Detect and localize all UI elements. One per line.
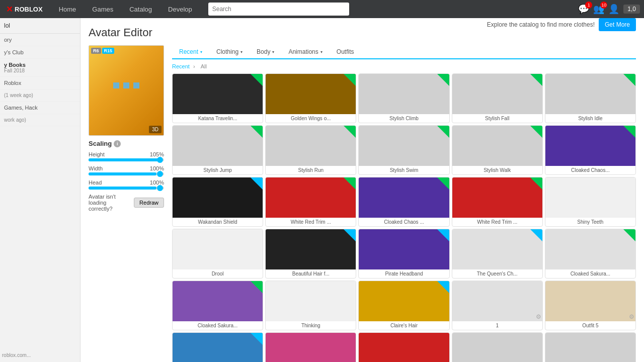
- item-card[interactable]: Claire Shirt: [265, 332, 356, 362]
- nav-develop[interactable]: Develop: [160, 0, 200, 18]
- item-image: [359, 126, 449, 166]
- item-card[interactable]: XBOX_F Right A...: [545, 332, 636, 362]
- item-badge-blue: [437, 281, 449, 293]
- friends-icon-btn[interactable]: 👥 10: [593, 4, 604, 15]
- item-card[interactable]: Stylish Climb: [358, 73, 449, 123]
- scaling-info-icon[interactable]: i: [114, 140, 121, 147]
- breadcrumb-parent[interactable]: Recent: [172, 63, 190, 69]
- item-image: [266, 126, 356, 166]
- profile-icon-btn[interactable]: 👤: [608, 4, 619, 15]
- item-card[interactable]: ⚙1: [452, 281, 543, 330]
- item-badge-green: [530, 126, 542, 138]
- item-card[interactable]: Pirate Headband: [358, 229, 449, 279]
- item-card[interactable]: Katana Travelin...: [172, 73, 263, 123]
- item-card[interactable]: Claire's Hair: [358, 281, 449, 330]
- item-card[interactable]: Stylish Walk: [452, 125, 543, 175]
- item-image: [359, 333, 449, 362]
- item-image: [452, 229, 542, 269]
- item-image: [173, 177, 263, 218]
- item-card[interactable]: Cloaked Chaos ...: [358, 177, 449, 227]
- tab-body[interactable]: Body ▾: [250, 45, 281, 58]
- item-card[interactable]: Shiny Teeth: [545, 177, 636, 227]
- item-card[interactable]: White Red Trim ...: [265, 177, 356, 227]
- chat-icon-btn[interactable]: 💬 1: [578, 4, 589, 15]
- r15-badge[interactable]: R15: [102, 48, 115, 54]
- avatar-block-2: [123, 82, 129, 88]
- item-card[interactable]: Stylish Jump: [172, 125, 263, 175]
- item-card[interactable]: Stylish Idle: [545, 73, 636, 123]
- items-grid-scroll[interactable]: Katana Travelin...Golden Wings o...Styli…: [172, 73, 636, 362]
- get-more-button[interactable]: Get More: [599, 18, 636, 31]
- redraw-prompt: Avatar isn't loading correctly?: [89, 194, 130, 212]
- item-image: [266, 74, 356, 114]
- sidebar-item-ory[interactable]: ory: [0, 34, 80, 46]
- head-scale-thumb[interactable]: [157, 185, 163, 191]
- scaling-section: Scaling i Height 105%: [89, 136, 164, 216]
- item-image: [266, 333, 356, 362]
- item-badge-green: [344, 74, 356, 86]
- item-image: [545, 229, 635, 269]
- item-settings-icon[interactable]: ⚙: [629, 313, 634, 320]
- item-card[interactable]: XBOX_F Left Arm: [452, 332, 543, 362]
- item-card[interactable]: The Queen's Ch...: [452, 229, 543, 279]
- btn-3d[interactable]: 3D: [149, 126, 162, 133]
- item-card[interactable]: Wakandan Shield: [172, 177, 263, 227]
- head-scale-label: Head 100%: [89, 179, 164, 186]
- item-name: Cloaked Sakura...: [545, 269, 635, 278]
- item-card[interactable]: Beautiful Hair f...: [265, 229, 356, 279]
- item-card[interactable]: Stylish Swim: [358, 125, 449, 175]
- item-card[interactable]: Cloaked Sakura...: [545, 229, 636, 279]
- item-name: Claire's Hair: [359, 321, 449, 330]
- width-scale-fill: [89, 172, 156, 175]
- item-card[interactable]: Cloaked Sakura...: [172, 281, 263, 330]
- redraw-button[interactable]: Redraw: [134, 198, 164, 208]
- nav-games[interactable]: Games: [84, 0, 121, 18]
- logo-text: ROBLOX: [15, 6, 43, 13]
- nav-catalog[interactable]: Catalog: [121, 0, 160, 18]
- item-settings-icon[interactable]: ⚙: [536, 313, 541, 320]
- footer-url: roblox.com...: [2, 352, 31, 358]
- item-card[interactable]: Atlantean Pauld...: [172, 332, 263, 362]
- top-navigation: ✕ ROBLOX Home Games Catalog Develop 💬 1 …: [0, 0, 644, 18]
- nav-home[interactable]: Home: [51, 0, 85, 18]
- sidebar-item-roblox[interactable]: Roblox: [0, 77, 80, 89]
- item-badge-green: [437, 177, 449, 190]
- tab-clothing[interactable]: Clothing ▾: [209, 45, 250, 58]
- item-card[interactable]: Claire Pants: [358, 332, 449, 362]
- height-scale-track[interactable]: [89, 158, 164, 161]
- head-scale-track[interactable]: [89, 187, 164, 190]
- promo-bar: Explore the catalog to find more clothes…: [487, 18, 636, 31]
- width-scale-track[interactable]: [89, 172, 164, 175]
- tab-recent[interactable]: Recent ▾: [172, 45, 209, 59]
- logo[interactable]: ✕ ROBLOX: [4, 5, 43, 14]
- item-card[interactable]: ⚙Outfit 5: [545, 281, 636, 330]
- friends-badge: 10: [600, 2, 607, 9]
- item-card[interactable]: Drool: [172, 229, 263, 279]
- item-name: Cloaked Sakura...: [173, 321, 263, 330]
- items-grid: Katana Travelin...Golden Wings o...Styli…: [172, 73, 636, 362]
- item-image: [266, 229, 356, 269]
- item-card[interactable]: Cloaked Chaos...: [545, 125, 636, 175]
- item-card[interactable]: Stylish Fall: [452, 73, 543, 123]
- sidebar-item-games[interactable]: Games, Hack: [0, 102, 80, 114]
- item-badge-green: [530, 74, 542, 86]
- tab-animations[interactable]: Animations ▾: [281, 45, 329, 58]
- tab-outfits[interactable]: Outfits: [330, 45, 361, 58]
- redraw-area: Avatar isn't loading correctly? Redraw: [89, 194, 164, 212]
- item-card[interactable]: Stylish Run: [265, 125, 356, 175]
- item-badge-blue: [530, 229, 542, 241]
- tab-recent-arrow: ▾: [200, 50, 202, 54]
- height-scale-thumb[interactable]: [157, 157, 163, 163]
- item-badge-green: [344, 177, 356, 190]
- sidebar-username: lol: [0, 18, 80, 34]
- width-scale-thumb[interactable]: [157, 171, 163, 177]
- item-image: [173, 229, 263, 269]
- item-card[interactable]: White Red Trim ...: [452, 177, 543, 227]
- tab-body-arrow: ▾: [272, 50, 274, 54]
- r6-badge[interactable]: R6: [91, 48, 101, 54]
- item-card[interactable]: Thinking: [265, 281, 356, 330]
- item-card[interactable]: Golden Wings o...: [265, 73, 356, 123]
- item-name: The Queen's Ch...: [452, 269, 542, 278]
- sidebar-item-club[interactable]: y's Club: [0, 46, 80, 59]
- search-input[interactable]: [208, 3, 349, 16]
